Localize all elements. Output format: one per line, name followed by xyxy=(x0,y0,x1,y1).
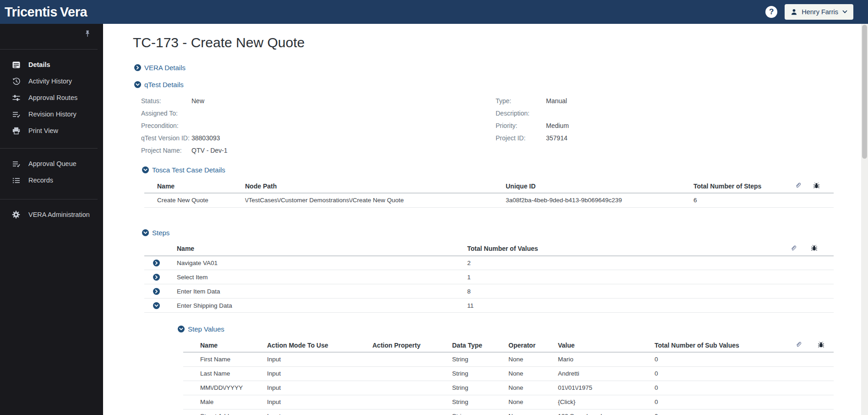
help-icon[interactable]: ? xyxy=(765,6,777,18)
vertical-scrollbar[interactable] xyxy=(861,24,868,415)
cell-unique-id: 3a08f2ba-4beb-9ded-b413-9b069649c239 xyxy=(502,193,690,207)
step-row: Enter Shipping Data11 xyxy=(144,299,834,313)
cell-attachments xyxy=(795,381,818,395)
step-values-table: Name Action Mode To Use Action Property … xyxy=(183,338,834,415)
step-value-row: MM\/DD\/YYYYInputStringNone01\/01\/19750 xyxy=(183,381,834,395)
step-row: Navigate VA012 xyxy=(144,256,834,270)
expand-step-icon[interactable] xyxy=(153,260,160,266)
attachment-paperclip-icon[interactable] xyxy=(790,242,811,256)
column-header-total-steps: Total Number of Steps xyxy=(690,179,795,193)
field-value-type: Manual xyxy=(546,97,567,105)
cell-data-type: String xyxy=(448,366,505,381)
cell-defects xyxy=(818,366,834,381)
sidebar-main-nav: Details Activity History Approval Routes… xyxy=(0,50,103,139)
cell-operator: None xyxy=(505,366,554,381)
sidebar-item-approval-queue[interactable]: Approval Queue xyxy=(0,155,103,172)
attachment-paperclip-icon[interactable] xyxy=(795,338,818,352)
sidebar-item-approval-routes[interactable]: Approval Routes xyxy=(0,89,103,106)
cell-step-name: Enter Item Data xyxy=(168,284,460,299)
cell-attachments xyxy=(790,256,811,270)
sidebar-queue-nav: Approval Queue Records xyxy=(0,149,103,188)
sidebar-item-records[interactable]: Records xyxy=(0,172,103,188)
sidebar-item-print-view[interactable]: Print View xyxy=(0,122,103,139)
step-row: Select Item1 xyxy=(144,270,834,284)
cell-total-sub-values: 0 xyxy=(651,381,795,395)
step-value-row: Last NameInputStringNoneAndretti0 xyxy=(183,366,834,381)
column-header-action-mode: Action Mode To Use xyxy=(263,338,369,352)
cell-action-mode: Input xyxy=(263,409,369,415)
field-label-description: Description: xyxy=(496,110,546,117)
collapse-step-icon[interactable] xyxy=(153,302,160,309)
user-menu-button[interactable]: Henry Farris xyxy=(785,4,853,20)
section-toggle-step-values[interactable]: Step Values xyxy=(178,325,224,333)
sidebar-item-activity-history[interactable]: Activity History xyxy=(0,73,103,89)
cell-action-property xyxy=(369,352,448,366)
column-header-operator: Operator xyxy=(505,338,554,352)
cell-operator: None xyxy=(505,352,554,366)
chevron-down-circle-icon xyxy=(134,81,141,88)
cell-step-name: Select Item xyxy=(168,270,460,284)
cell-action-mode: Input xyxy=(263,352,369,366)
expand-step-icon[interactable] xyxy=(153,288,160,295)
scrollbar-thumb[interactable] xyxy=(862,25,867,159)
cell-attachments xyxy=(790,299,811,313)
defect-bug-icon[interactable] xyxy=(818,338,834,352)
cell-expand xyxy=(144,256,168,270)
sidebar-item-label: Activity History xyxy=(28,77,72,85)
page-title: TC-173 - Create New Quote xyxy=(133,35,861,50)
records-list-icon xyxy=(12,176,20,184)
cell-total-sub-values: 0 xyxy=(651,352,795,366)
field-value-qtest-version-id: 38803093 xyxy=(191,134,220,142)
chevron-right-circle-icon xyxy=(134,64,141,71)
cell-defects xyxy=(818,409,834,415)
pin-sidebar-icon[interactable] xyxy=(84,30,91,38)
list-check-icon xyxy=(12,110,20,118)
expand-column-header xyxy=(144,242,168,256)
cell-name: First Name xyxy=(183,352,263,366)
gear-icon xyxy=(12,210,20,219)
cell-name: MM\/DD\/YYYY xyxy=(183,381,263,395)
section-label: Tosca Test Case Details xyxy=(152,166,225,174)
help-glyph: ? xyxy=(769,7,774,17)
cell-defects xyxy=(818,395,834,409)
sidebar-item-vera-administration[interactable]: VERA Administration xyxy=(0,206,103,223)
sidebar-item-details[interactable]: Details xyxy=(0,56,103,73)
section-toggle-steps[interactable]: Steps xyxy=(142,229,169,237)
tosca-test-case-table: Name Node Path Unique ID Total Number of… xyxy=(144,179,834,208)
section-toggle-vera-details[interactable]: VERA Details xyxy=(134,64,186,72)
cell-name: Create New Quote xyxy=(144,193,241,207)
user-icon xyxy=(791,8,797,16)
step-row: Enter Item Data8 xyxy=(144,284,834,299)
expand-step-icon[interactable] xyxy=(153,274,160,281)
cell-attachments xyxy=(795,395,818,409)
steps-table: Name Total Number of Values Navigate VA0… xyxy=(144,242,834,313)
field-label-assigned-to: Assigned To: xyxy=(141,110,191,117)
cell-action-property xyxy=(369,409,448,415)
cell-name: Last Name xyxy=(183,366,263,381)
field-label-project-name: Project Name: xyxy=(141,147,191,154)
history-clock-icon xyxy=(12,77,20,85)
attachment-paperclip-icon[interactable] xyxy=(795,179,813,193)
defect-bug-icon[interactable] xyxy=(813,179,834,193)
sidebar-item-revision-history[interactable]: Revision History xyxy=(0,106,103,122)
cell-defects xyxy=(811,299,834,313)
cell-defects xyxy=(811,270,834,284)
column-header-name: Name xyxy=(168,242,460,256)
cell-attachments xyxy=(795,193,813,207)
cell-defects xyxy=(811,256,834,270)
cell-action-mode: Input xyxy=(263,366,369,381)
cell-value: {Click} xyxy=(554,395,651,409)
section-toggle-qtest-details[interactable]: qTest Details xyxy=(134,81,184,89)
cell-operator: None xyxy=(505,395,554,409)
cell-total-values: 2 xyxy=(460,256,790,270)
cell-data-type: String xyxy=(448,352,505,366)
main-content: TC-173 - Create New Quote VERA Details q… xyxy=(103,24,861,415)
section-toggle-tosca-details[interactable]: Tosca Test Case Details xyxy=(142,166,225,174)
cell-data-type: String xyxy=(448,381,505,395)
user-name: Henry Farris xyxy=(802,8,838,16)
top-bar: TricentisVera ? Henry Farris xyxy=(0,0,868,24)
cell-total-sub-values: 0 xyxy=(651,395,795,409)
cell-step-name: Enter Shipping Data xyxy=(168,299,460,313)
defect-bug-icon[interactable] xyxy=(811,242,834,256)
field-value-priority: Medium xyxy=(546,122,569,129)
